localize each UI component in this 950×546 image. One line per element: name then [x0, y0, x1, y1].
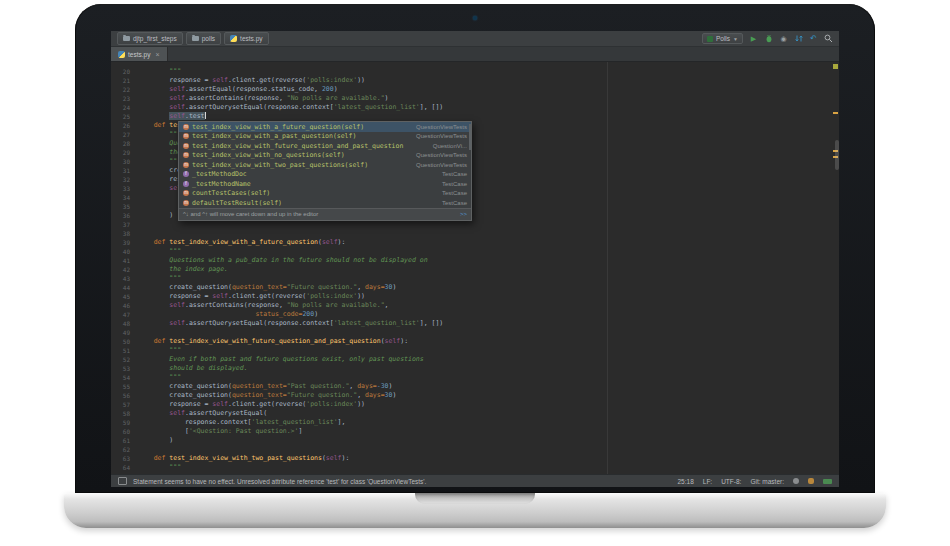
completion-item[interactable]: mtest_index_view_with_no_questions(self)… [179, 151, 471, 161]
code-line[interactable]: 20 """ [111, 67, 839, 76]
breadcrumb-item-tests.py[interactable]: tests.py [224, 32, 268, 45]
code-line[interactable]: 46 self.assertContains(response, "No pol… [111, 301, 839, 310]
run-config-selector[interactable]: Polls ▼ [702, 33, 743, 44]
caret-position[interactable]: 25:18 [677, 478, 693, 485]
completion-more-link[interactable]: >> [460, 211, 467, 217]
python-icon [118, 51, 125, 58]
line-number: 32 [111, 175, 138, 184]
line-number: 33 [111, 184, 138, 193]
code-line[interactable]: 40 """ [111, 247, 839, 256]
line-text: should be displayed. [138, 364, 248, 373]
completion-item[interactable]: mtest_index_view_with_a_past_question(se… [179, 132, 471, 142]
line-separator[interactable]: LF: [703, 478, 712, 485]
code-line[interactable]: 25 self.test [111, 112, 839, 121]
code-line[interactable]: 48 self.assertQuerysetEqual(response.con… [111, 319, 839, 328]
git-branch[interactable]: Git: master: [750, 478, 784, 485]
code-line[interactable]: 39 def test_index_view_with_a_future_que… [111, 238, 839, 247]
editor[interactable]: 20 """21 response = self.client.get(reve… [111, 62, 839, 474]
debug-button[interactable] [764, 34, 773, 44]
code-line[interactable]: 42 the index page. [111, 265, 839, 274]
tab-tests-py[interactable]: tests.py × [111, 47, 168, 61]
code-line[interactable]: 61 ) [111, 436, 839, 445]
code-line[interactable]: 49 [111, 328, 839, 337]
completion-item-label: defaultTestResult(self) [192, 199, 282, 207]
code-line[interactable]: 54 """ [111, 373, 839, 382]
code-line[interactable]: 47 status_code=200) [111, 310, 839, 319]
line-text: status_code=200) [138, 310, 318, 319]
code-line[interactable]: 22 self.assertEqual(response.status_code… [111, 85, 839, 94]
code-line[interactable]: 53 should be displayed. [111, 364, 839, 373]
completion-item-origin: QuestionViewTests [416, 152, 467, 158]
line-text: def test_index_view_with_future_question… [138, 337, 408, 346]
code-line[interactable]: 59 response.context['latest_question_lis… [111, 418, 839, 427]
completion-item[interactable]: mdefaultTestResult(self)TestCase [179, 198, 471, 208]
code-line[interactable]: 57 response = self.client.get(reverse('p… [111, 400, 839, 409]
line-text: create_question(question_text="Past ques… [138, 382, 392, 391]
code-line[interactable]: 51 """ [111, 346, 839, 355]
error-stripe[interactable] [831, 62, 839, 474]
completion-item[interactable]: mcountTestCases(self)TestCase [179, 189, 471, 199]
line-text: def test_index_view_with_two_past_questi… [138, 454, 349, 463]
completion-item[interactable]: mtest_index_view_with_two_past_questions… [179, 160, 471, 170]
search-button[interactable] [824, 34, 833, 44]
completion-item-origin: QuestionViewTests [416, 133, 467, 139]
close-icon[interactable]: × [155, 51, 159, 58]
code-line[interactable]: 63 def test_index_view_with_two_past_que… [111, 454, 839, 463]
line-text: response.context['latest_question_list']… [138, 418, 345, 427]
laptop-base [64, 493, 886, 528]
completion-item[interactable]: f_testMethodDocTestCase [179, 170, 471, 180]
coverage-button[interactable]: ◉ [779, 34, 788, 44]
line-number: 24 [111, 103, 138, 112]
popup-scrollbar[interactable] [469, 124, 471, 150]
text-caret [205, 112, 206, 119]
completion-item-origin: QuestionVi... [433, 143, 467, 149]
line-number: 54 [111, 373, 138, 382]
breadcrumb-item-djtp_first_steps[interactable]: djtp_first_steps [117, 32, 183, 45]
completion-item[interactable]: mtest_index_view_with_future_question_an… [179, 141, 471, 151]
run-button[interactable]: ▶ [749, 34, 758, 44]
code-line[interactable]: 58 self.assertQuerysetEqual( [111, 409, 839, 418]
code-line[interactable]: 41 Questions with a pub_date in the futu… [111, 256, 839, 265]
code-line[interactable]: 37 [111, 220, 839, 229]
code-line[interactable]: 56 create_question(question_text="Future… [111, 391, 839, 400]
code-line[interactable]: 24 self.assertQuerysetEqual(response.con… [111, 103, 839, 112]
code-line[interactable]: 44 create_question(question_text="Future… [111, 283, 839, 292]
file-status-indicator[interactable] [833, 64, 838, 69]
update-project-button[interactable] [794, 34, 803, 44]
status-message: Statement seems to have no effect. Unres… [133, 478, 671, 485]
code-line[interactable]: 43 """ [111, 274, 839, 283]
revert-button[interactable]: ↶ [809, 34, 818, 44]
code-line[interactable]: 50 def test_index_view_with_future_quest… [111, 337, 839, 346]
file-encoding[interactable]: UTF-8: [721, 478, 741, 485]
line-number: 58 [111, 409, 138, 418]
completion-item-label: test_index_view_with_a_past_question(sel… [192, 132, 356, 140]
completion-item[interactable]: mtest_index_view_with_a_future_question(… [179, 122, 471, 132]
code-line[interactable]: 45 response = self.client.get(reverse('p… [111, 292, 839, 301]
line-number: 31 [111, 166, 138, 175]
method-icon: m [183, 162, 189, 168]
line-text: """ [138, 67, 181, 76]
memory-indicator[interactable] [823, 479, 832, 484]
line-number: 52 [111, 355, 138, 364]
code-line[interactable]: 23 self.assertContains(response, "No pol… [111, 94, 839, 103]
breadcrumb-item-polls[interactable]: polls [186, 32, 221, 45]
toolwindow-toggle-icon[interactable] [118, 477, 127, 485]
code-line[interactable]: 64 """ [111, 463, 839, 472]
code-line[interactable]: 52 Even if both past and future question… [111, 355, 839, 364]
run-config-label: Polls [716, 35, 730, 42]
warning-mark[interactable] [833, 112, 838, 114]
completion-item[interactable]: f_testMethodNameTestCase [179, 179, 471, 189]
line-number: 38 [111, 229, 138, 238]
event-log-icon[interactable] [808, 478, 814, 484]
code-line[interactable]: 21 response = self.client.get(reverse('p… [111, 76, 839, 85]
hector-inspector-icon[interactable] [793, 478, 799, 484]
scrollbar-thumb[interactable] [835, 140, 839, 170]
completion-item-label: test_index_view_with_a_future_question(s… [192, 123, 364, 131]
code-line[interactable]: 38 [111, 229, 839, 238]
run-toolbar: Polls ▼ ▶ ◉ [702, 33, 833, 44]
code-line[interactable]: 55 create_question(question_text="Past q… [111, 382, 839, 391]
line-number: 51 [111, 346, 138, 355]
code-line[interactable]: 60 ['<Question: Past question.>'] [111, 427, 839, 436]
code-line[interactable]: 62 [111, 445, 839, 454]
method-icon: m [183, 133, 189, 139]
